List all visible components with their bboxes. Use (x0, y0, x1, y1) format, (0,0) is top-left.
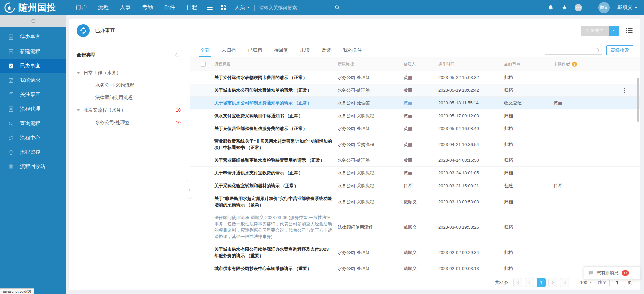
tab-5[interactable]: 未读 (300, 43, 310, 57)
sidebar-item[interactable]: 流程监控 (0, 145, 66, 159)
row-checkbox[interactable] (201, 266, 201, 271)
batch-follow-dropdown-button[interactable] (609, 26, 619, 36)
row-checkbox[interactable] (201, 157, 201, 163)
panel-collapse-handle[interactable]: ‹ (187, 180, 192, 199)
favorites-star-icon[interactable]: ★ (561, 4, 567, 11)
sidebar-item[interactable]: 新建流程 (0, 44, 66, 59)
flow-title-link[interactable]: 关于营业部维修和更换水表检验装置费用的请示 （正常） (214, 157, 332, 163)
flow-time: 2023-05-04 16:08:40 (438, 125, 504, 132)
row-checkbox[interactable] (201, 199, 201, 205)
flow-time: 2023-03-08 19:53:26 (438, 224, 504, 230)
row-checkbox[interactable] (201, 113, 201, 119)
tree-node[interactable]: 水务公司-采购流程 (77, 79, 182, 91)
flow-title-link[interactable]: 关于城市供水公司印制水费通知单的请示 （正常） (214, 100, 332, 106)
row-checkbox[interactable] (201, 126, 201, 131)
bell-icon[interactable] (548, 4, 554, 11)
row-checkbox[interactable] (201, 87, 201, 93)
new-message-toast[interactable]: 您有新消息 17 (584, 266, 640, 280)
flow-path: 水务公司-采购流程 (338, 141, 404, 148)
list-view-icon[interactable] (626, 28, 633, 34)
flow-pending-operator: 黄丽 (554, 100, 623, 106)
global-search-input[interactable] (259, 5, 317, 10)
sidebar-collapse-toggle[interactable] (0, 15, 66, 27)
row-checkbox[interactable] (201, 224, 201, 230)
tab-3[interactable]: 已归档 (248, 43, 262, 57)
flow-title-link[interactable]: 关于“非居民用水超定额累计加价”实行中营业部收费系统功能增加的采购请示 （紧急） (214, 195, 332, 208)
tree-expand-caret-icon[interactable] (77, 72, 80, 74)
sidebar-item[interactable]: 流程中心 (0, 131, 66, 145)
last-page-button[interactable] (560, 278, 569, 287)
next-page-button[interactable] (548, 278, 557, 287)
sidebar-item[interactable]: 已办事宜 (0, 59, 66, 73)
more-options-icon[interactable] (575, 4, 582, 11)
flow-title-link[interactable]: 关于城市供水公司印制水费通知单的请示 （正常） (214, 87, 332, 93)
tree-node[interactable]: 法律顾问使用流程 (77, 91, 182, 104)
top-nav-item[interactable]: 人事 (120, 4, 131, 11)
batch-follow-button[interactable]: 批量关注 (581, 26, 609, 36)
flow-title-link[interactable]: 关于城市供水有限公司续签鄂汇办水费查询程序及支付2023年服务费的请示 （重要） (214, 246, 332, 259)
flow-title-link[interactable]: 营业部收费系统关于“非居民用水超定额累计加价”功能增加的项目中标通知书 （正常） (214, 138, 332, 151)
flow-title-link[interactable]: 城市供水有限公司抄表中心车辆维修请示 （重要） (214, 265, 332, 272)
top-nav-item[interactable]: 流程 (98, 4, 109, 11)
chevron-down-icon (612, 30, 615, 31)
prev-page-button[interactable] (525, 278, 534, 287)
advanced-search-button[interactable]: 高级搜索 (606, 45, 633, 55)
top-nav-item[interactable]: 日程 (186, 4, 197, 11)
page-number-button[interactable]: 1 (537, 278, 546, 287)
flow-title-link[interactable]: 关于申请开通供水支付宝收费的请示 （正常） (214, 170, 332, 176)
top-nav-item[interactable]: 邮件 (164, 4, 175, 11)
table-header: 流程标题所属路径创建人操作时间当前节点未操作者? (190, 57, 640, 71)
tree-node[interactable]: 日常工作（水务） (77, 67, 182, 79)
menu-hamburger-icon[interactable] (207, 6, 213, 10)
sidebar-item[interactable]: 待办事宜 (0, 30, 66, 44)
tree-search-input[interactable] (100, 50, 182, 60)
sidebar-item[interactable]: 我的请求 (0, 73, 66, 87)
row-checkbox[interactable] (201, 170, 201, 176)
top-nav-item[interactable]: 门户 (76, 4, 87, 11)
row-checkbox[interactable] (201, 75, 201, 80)
sidebar: 待办事宜新建流程已办事宜我的请求关注事宜流程代理查询流程流程中心流程监控流程回收… (0, 15, 66, 294)
select-all-checkbox[interactable] (201, 62, 206, 67)
tab-7[interactable]: 我的关注 (343, 43, 362, 57)
sidebar-item[interactable]: 查询流程 (0, 116, 66, 131)
user-avatar[interactable]: 顺义 (598, 2, 610, 13)
tab-4[interactable]: 待回复 (274, 43, 288, 57)
scrollbar[interactable] (637, 72, 639, 274)
tree-expand-caret-icon[interactable] (77, 109, 80, 111)
flow-title-link[interactable]: 法律顾问使用流程-戴顺义-2023-03-06 (服务类型:一般性法律事务，包括… (214, 214, 332, 240)
flow-title-link[interactable]: 关于支付远传水表物联网卡费用的请示 （正常） (214, 74, 332, 81)
row-checkbox[interactable] (201, 100, 201, 106)
sidebar-item-label: 流程回收站 (20, 163, 45, 170)
scrollbar-thumb[interactable] (637, 78, 639, 122)
flow-title-link[interactable]: 供水支付宝收费采购项目中标通知书 （正常） (214, 113, 332, 119)
tree-node[interactable]: 水务公司-处理签10 (77, 116, 182, 129)
sidebar-item[interactable]: 流程代理 (0, 102, 66, 116)
sidebar-item[interactable]: 流程回收站 (0, 159, 66, 174)
tab-6[interactable]: 反馈 (322, 43, 331, 57)
tree-node-count-badge: 10 (176, 107, 182, 113)
tree-node[interactable]: 收发文流程（水务）10 (77, 104, 182, 116)
apps-grid-icon[interactable] (221, 5, 226, 10)
row-checkbox[interactable] (201, 183, 201, 189)
user-menu[interactable]: 戴顺义 (617, 4, 637, 11)
search-icon[interactable] (334, 5, 340, 10)
flow-title-link[interactable]: 关于充值营业部催费短信服务费的请示 （正常） (214, 125, 332, 132)
tab-1[interactable]: 全部 (200, 43, 210, 57)
top-nav-item[interactable]: 考勤 (142, 4, 153, 11)
tab-2[interactable]: 未归档 (222, 43, 236, 57)
flow-time: 2023-05-19 18:02:42 (438, 87, 504, 93)
help-question-icon[interactable]: ? (572, 62, 577, 67)
list-search-input[interactable] (545, 46, 602, 55)
row-checkbox[interactable] (201, 142, 201, 147)
my-request-icon (8, 77, 14, 83)
flow-title-link[interactable]: 关于采购化验室试剂和器材的请示 （正常） (214, 182, 332, 189)
sidebar-item-label: 流程代理 (20, 106, 40, 112)
row-actions-kebab-icon[interactable] (622, 86, 626, 94)
people-menu[interactable]: 人员 (235, 4, 250, 11)
row-checkbox[interactable] (201, 250, 201, 255)
flow-node: 收文登记 (504, 100, 554, 106)
first-page-button[interactable] (513, 278, 522, 287)
sidebar-item[interactable]: 关注事宜 (0, 87, 66, 102)
jump-label: 跳至 (598, 280, 607, 286)
row-checkbox-cell (190, 88, 214, 93)
